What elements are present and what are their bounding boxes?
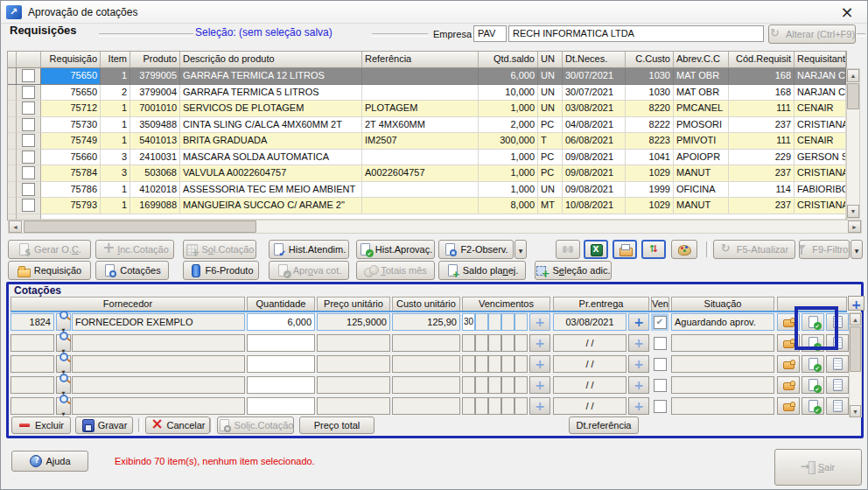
requisitions-vscrollbar[interactable] — [846, 68, 860, 219]
vencimento-field[interactable] — [462, 355, 475, 373]
f9-filtros-button[interactable]: F9-Filtros — [799, 240, 850, 259]
f5-atualizar-button[interactable]: F5-Atualizar — [713, 240, 795, 259]
add-vencimento-button[interactable] — [529, 334, 550, 352]
add-cotacao-button[interactable] — [848, 296, 864, 311]
fornecedor-lookup-button[interactable] — [56, 376, 71, 394]
notes-button[interactable] — [826, 376, 849, 394]
approve-quote-button[interactable] — [802, 355, 824, 373]
vencimento-field[interactable] — [514, 334, 528, 352]
row-checkbox[interactable] — [22, 102, 35, 115]
vencimento-field[interactable] — [475, 313, 488, 331]
scroll-left-button[interactable] — [9, 220, 22, 233]
ven-checkbox[interactable] — [651, 313, 668, 331]
excluir-button[interactable]: Excluir — [11, 416, 71, 434]
hist-aprovac-button[interactable]: Hist.Aprovaç. — [356, 240, 435, 259]
fornecedor-code-field[interactable]: 1824 — [10, 313, 54, 331]
vencimento-field[interactable] — [488, 334, 501, 352]
vencimento-field[interactable] — [514, 397, 528, 415]
fornecedor-lookup-button[interactable] — [56, 313, 71, 331]
table-row[interactable]: 7573013509488CINTA SLING C/ALCA 4MX60MM … — [8, 117, 846, 134]
sol-cotacao-button[interactable]: Sol.Cotação — [183, 240, 256, 259]
cotacoes-vscrollbar[interactable] — [849, 312, 862, 417]
ven-checkbox[interactable] — [651, 334, 668, 352]
notes-button[interactable] — [826, 355, 849, 373]
f2-observ-dropdown[interactable] — [514, 240, 527, 259]
scroll-thumb[interactable] — [24, 220, 256, 233]
scroll-thumb[interactable] — [847, 83, 859, 109]
vencimento-field[interactable] — [462, 376, 475, 394]
aprova-cot-button[interactable]: Aprova cot. — [269, 261, 349, 280]
fornecedor-code-field[interactable] — [10, 355, 54, 373]
column-header-dt-neces[interactable]: Dt.Neces. — [563, 52, 626, 68]
ven-checkbox[interactable] — [651, 376, 668, 394]
custo-unitario-field[interactable] — [392, 376, 460, 394]
requisicao-button[interactable]: Requisição — [8, 261, 91, 280]
requisicao-shortcut-button[interactable] — [777, 376, 800, 394]
quantidade-field[interactable] — [247, 334, 315, 352]
add-entrega-button[interactable] — [628, 376, 649, 394]
sair-button[interactable]: Sair — [774, 449, 862, 486]
inc-cotacao-button[interactable]: Inc.Cotação — [95, 240, 174, 259]
f9-filtros-dropdown[interactable] — [850, 240, 863, 259]
cancelar-button[interactable]: Cancelar — [145, 416, 210, 434]
hist-atendim-button[interactable]: Hist.Atendim. — [269, 240, 349, 259]
vencimento-field[interactable] — [501, 376, 514, 394]
fornecedor-lookup-button[interactable] — [56, 334, 71, 352]
requisicao-shortcut-button[interactable] — [777, 397, 800, 415]
add-vencimento-button[interactable] — [529, 313, 550, 331]
pr-entrega-field[interactable]: / / — [553, 397, 626, 415]
row-checkbox[interactable] — [22, 183, 35, 196]
column-header-qtd-saldo[interactable]: Qtd.saldo — [479, 52, 538, 68]
custo-unitario-field[interactable] — [392, 334, 460, 352]
close-button[interactable] — [832, 3, 862, 22]
column-header-un[interactable]: UN — [538, 52, 563, 68]
pr-entrega-field[interactable]: / / — [553, 376, 626, 394]
vencimento-field[interactable] — [462, 397, 475, 415]
custo-unitario-field[interactable] — [392, 355, 460, 373]
custo-unitario-field[interactable] — [392, 397, 460, 415]
ajuda-button[interactable]: Ajuda — [11, 451, 88, 472]
custo-unitario-field[interactable]: 125,90 — [392, 313, 460, 331]
fornecedor-lookup-button[interactable] — [56, 355, 71, 373]
scroll-down-button[interactable] — [850, 405, 861, 417]
vencimento-field[interactable] — [514, 376, 528, 394]
totais-mes-button[interactable]: Totais mês — [356, 261, 435, 280]
ven-checkbox[interactable] — [651, 355, 668, 373]
vencimento-field[interactable] — [501, 313, 514, 331]
requisicao-shortcut-button[interactable] — [777, 355, 800, 373]
column-header-requisitante[interactable]: Requisitante — [794, 52, 846, 68]
table-row[interactable]: 757843503068VALVULA A0022604757A00226047… — [8, 165, 846, 182]
empresa-code-field[interactable]: PAV — [473, 25, 507, 42]
column-header-item[interactable]: Item — [101, 52, 130, 68]
preco-unitario-field[interactable] — [317, 334, 390, 352]
fornecedor-field[interactable] — [72, 334, 245, 352]
excel-icon-button[interactable] — [584, 240, 608, 259]
column-header-requisicao[interactable]: Requisição — [41, 52, 101, 68]
selection-label[interactable]: Seleção: (sem seleção salva) — [195, 26, 332, 38]
column-header-c-custo[interactable]: C.Custo — [626, 52, 674, 68]
add-entrega-button[interactable] — [628, 355, 649, 373]
add-vencimento-button[interactable] — [529, 376, 550, 394]
vencimento-field[interactable] — [488, 355, 501, 373]
quantidade-field[interactable] — [247, 376, 315, 394]
solic-cotacao-button[interactable]: Solic.Cotação — [217, 416, 294, 434]
scroll-up-button[interactable] — [847, 69, 859, 82]
preco-unitario-field[interactable]: 125,9000 — [317, 313, 390, 331]
table-row[interactable]: 7574915401013BRITA GRADUADAIM2507300,000… — [8, 133, 846, 150]
add-entrega-button[interactable] — [628, 397, 649, 415]
vencimento-field[interactable] — [488, 313, 501, 331]
binoculars-icon-button[interactable] — [556, 240, 580, 259]
sort-icon-button[interactable] — [641, 240, 666, 259]
fornecedor-field[interactable]: FORNECEDOR EXEMPLO — [72, 313, 245, 331]
preco-unitario-field[interactable] — [317, 376, 390, 394]
column-header-descricao-do-produto[interactable]: Descrição do produto — [180, 52, 362, 68]
fornecedor-code-field[interactable] — [10, 397, 54, 415]
gerar-o-c-button[interactable]: Gerar O.C. — [8, 240, 91, 259]
table-row[interactable]: 7565023799004GARRAFA TERMICA 5 LITROS10,… — [8, 85, 846, 102]
vencimento-field[interactable] — [501, 355, 514, 373]
row-checkbox[interactable] — [22, 69, 35, 82]
vencimento-field[interactable]: 30 — [462, 313, 475, 331]
table-row[interactable]: 7565013799005GARRAFA TERMICA 12 LITROS6,… — [8, 68, 846, 85]
row-checkbox[interactable] — [22, 150, 35, 164]
row-checkbox[interactable] — [22, 134, 35, 147]
